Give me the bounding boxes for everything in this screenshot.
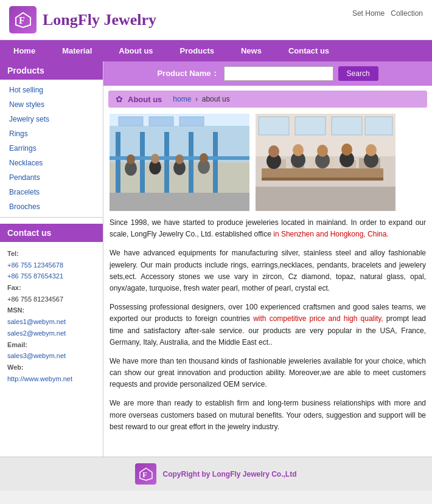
fax: +86 755 81234567: [7, 295, 63, 303]
web-label: Web:: [7, 364, 24, 371]
sidebar-item-hot-selling[interactable]: Hot selling: [0, 83, 103, 97]
tel-label: Tel:: [7, 250, 19, 257]
svg-rect-26: [262, 178, 383, 181]
layout: Products Hot selling New styles Jewelry …: [0, 61, 432, 457]
search-input[interactable]: [224, 66, 333, 81]
msn-label: MSN:: [7, 306, 24, 314]
tel2[interactable]: +86 755 87654321: [7, 272, 63, 280]
svg-rect-8: [213, 132, 218, 193]
set-home-link[interactable]: Set Home: [352, 9, 385, 18]
tel1[interactable]: +86 755 12345678: [7, 261, 63, 269]
svg-rect-5: [140, 132, 145, 193]
sidebar-item-pendants[interactable]: Pendants: [0, 170, 103, 185]
sidebar-item-necklaces[interactable]: Necklaces: [0, 156, 103, 170]
about-content: Since 1998, we have started to produce j…: [103, 214, 432, 446]
about-paragraph-4: We have more than ten thousand kinds of …: [110, 356, 426, 391]
sidebar-products-list: Hot selling New styles Jewelry sets Ring…: [0, 80, 103, 218]
footer-copyright: CopyRight by LongFly Jewelry Co.,Ltd: [162, 470, 296, 478]
breadcrumb: ✿ About us home › about us: [108, 91, 427, 108]
breadcrumb-path: home › about us: [173, 95, 229, 103]
breadcrumb-icon: ✿: [116, 94, 123, 104]
svg-rect-18: [110, 193, 249, 211]
svg-point-33: [268, 145, 279, 157]
breadcrumb-section-title: About us: [128, 95, 162, 104]
nav-products[interactable]: Products: [167, 40, 228, 61]
svg-rect-46: [365, 117, 392, 135]
svg-point-17: [200, 153, 208, 163]
header: F LongFly Jewelry Set Home Collection: [0, 0, 432, 40]
sidebar-contact-info: Tel: +86 755 12345678 +86 755 87654321 F…: [0, 242, 103, 390]
sidebar-item-brooches[interactable]: Brooches: [0, 199, 103, 214]
sidebar-item-new-styles[interactable]: New styles: [0, 97, 103, 112]
svg-point-15: [175, 154, 184, 164]
svg-point-13: [151, 154, 159, 164]
nav-news[interactable]: News: [228, 40, 275, 61]
svg-rect-4: [116, 132, 120, 193]
svg-point-37: [317, 145, 328, 157]
nav-material[interactable]: Material: [49, 40, 105, 61]
msn2[interactable]: sales2@webym.net: [7, 330, 66, 337]
svg-rect-44: [295, 117, 326, 135]
fax-label: Fax:: [7, 284, 21, 291]
main-nav: Home Material About us Products News Con…: [0, 40, 432, 61]
nav-contact[interactable]: Contact us: [275, 40, 343, 61]
search-label: Product Name：: [157, 68, 218, 79]
svg-text:F: F: [142, 470, 147, 479]
about-paragraph-1: Since 1998, we have started to produce j…: [110, 217, 426, 240]
collection-link[interactable]: Collection: [391, 9, 423, 18]
header-links: Set Home Collection: [352, 9, 423, 18]
about-image-2: [256, 114, 395, 211]
about-paragraph-2: We have advanced equipments for manufact…: [110, 247, 426, 294]
sidebar-item-bracelets[interactable]: Bracelets: [0, 185, 103, 199]
email[interactable]: sales3@webym.net: [7, 352, 66, 359]
svg-point-41: [366, 144, 377, 156]
svg-rect-21: [149, 117, 173, 126]
sidebar-item-jewelry-sets[interactable]: Jewelry sets: [0, 112, 103, 126]
nav-home[interactable]: Home: [0, 40, 49, 61]
site-title: LongFly Jewelry: [43, 11, 156, 29]
about-image-1: [110, 114, 249, 211]
email-label: Email:: [7, 341, 27, 348]
search-button[interactable]: Search: [338, 66, 378, 81]
highlight-text-2: with competitive price and high quality,: [253, 314, 383, 323]
svg-point-35: [293, 144, 304, 156]
svg-rect-42: [256, 187, 395, 211]
svg-point-39: [341, 143, 352, 156]
main-content: Product Name： Search ✿ About us home › a…: [103, 61, 432, 457]
sidebar-item-rings[interactable]: Rings: [0, 126, 103, 141]
msn1[interactable]: sales1@webym.net: [7, 318, 66, 325]
sidebar: Products Hot selling New styles Jewelry …: [0, 61, 103, 457]
search-bar: Product Name： Search: [103, 61, 432, 86]
svg-text:F: F: [19, 15, 25, 26]
sidebar-item-earrings[interactable]: Earrings: [0, 141, 103, 156]
sidebar-contact-header: Contact us: [0, 224, 103, 242]
about-images: [103, 108, 432, 214]
sidebar-products-header: Products: [0, 61, 103, 80]
svg-rect-7: [189, 132, 193, 193]
nav-about[interactable]: About us: [105, 40, 166, 61]
svg-rect-25: [262, 168, 383, 178]
svg-rect-22: [179, 117, 204, 126]
highlight-text: in Shenzhen and Hongkong, China.: [273, 230, 388, 238]
svg-rect-45: [332, 117, 362, 135]
svg-rect-43: [259, 117, 289, 135]
logo-icon: F: [9, 6, 37, 33]
header-logo: F LongFly Jewelry: [9, 6, 156, 33]
web-link[interactable]: http://www.webym.net: [7, 375, 72, 382]
breadcrumb-current: about us: [202, 95, 230, 103]
footer: F CopyRight by LongFly Jewelry Co.,Ltd: [0, 457, 432, 491]
breadcrumb-home-link[interactable]: home: [173, 95, 191, 103]
svg-rect-20: [119, 117, 143, 126]
about-paragraph-3: Possessing professional designers, over …: [110, 302, 426, 348]
about-paragraph-5: We are more than ready to establish firm…: [110, 398, 426, 433]
svg-rect-6: [164, 132, 169, 193]
footer-logo-icon: F: [135, 463, 156, 485]
svg-point-11: [127, 154, 135, 164]
